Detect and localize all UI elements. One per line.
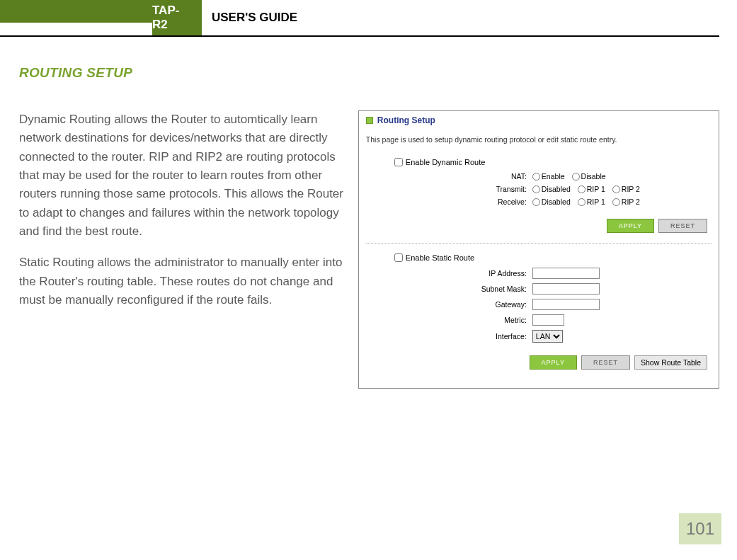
enable-static-row: Enable Static Route	[394, 253, 712, 262]
receive-rip1-text: RIP 1	[587, 198, 605, 206]
apply-button[interactable]: APPLY	[607, 219, 654, 233]
transmit-rip1-text: RIP 1	[587, 185, 605, 193]
subnet-label: Subnet Mask:	[394, 285, 532, 293]
static-route-block: Enable Static Route IP Address: Subnet M…	[394, 253, 712, 343]
nat-enable-radio[interactable]	[532, 173, 540, 181]
header-spacer	[0, 0, 152, 23]
nat-enable-text: Enable	[542, 172, 565, 181]
square-icon	[366, 117, 373, 124]
dynamic-button-row: APPLY RESET	[366, 219, 707, 233]
nat-row: NAT: Enable Disable	[394, 172, 712, 181]
enable-static-checkbox[interactable]	[394, 253, 403, 262]
receive-disabled-text: Disabled	[542, 198, 571, 206]
transmit-disabled-text: Disabled	[542, 185, 571, 193]
receive-rip2-text: RIP 2	[622, 198, 640, 206]
interface-row: Interface: LAN	[394, 330, 712, 343]
paragraph-dynamic: Dynamic Routing allows the Router to aut…	[19, 110, 344, 241]
panel-description: This page is used to setup dynamic routi…	[366, 135, 712, 144]
enable-static-label: Enable Static Route	[406, 253, 474, 262]
gateway-input[interactable]	[532, 299, 600, 310]
receive-label: Receive:	[394, 198, 532, 206]
header-bar: TAP-R2 USER'S GUIDE	[0, 0, 719, 37]
dynamic-route-block: Enable Dynamic Route NAT: Enable Disable…	[394, 158, 712, 206]
ip-row: IP Address:	[394, 268, 712, 279]
gateway-row: Gateway:	[394, 299, 712, 310]
enable-dynamic-row: Enable Dynamic Route	[394, 158, 712, 166]
interface-label: Interface:	[394, 332, 532, 341]
apply-button-2[interactable]: APPLY	[530, 355, 577, 370]
reset-button-2[interactable]: RESET	[581, 355, 630, 370]
static-button-row: APPLY RESET Show Route Table	[366, 355, 707, 370]
subnet-input[interactable]	[532, 283, 600, 295]
show-route-table-button[interactable]: Show Route Table	[634, 355, 707, 370]
transmit-rip1-radio[interactable]	[578, 185, 585, 193]
transmit-rip2-text: RIP 2	[622, 185, 640, 193]
metric-label: Metric:	[394, 316, 532, 324]
body-text: Dynamic Routing allows the Router to aut…	[19, 110, 344, 389]
routing-setup-panel: Routing Setup This page is used to setup…	[358, 110, 719, 389]
panel-title-row: Routing Setup	[366, 115, 712, 125]
header-product: TAP-R2	[152, 0, 202, 35]
enable-dynamic-label: Enable Dynamic Route	[406, 158, 486, 166]
interface-select[interactable]: LAN	[532, 330, 563, 343]
receive-rip1-radio[interactable]	[578, 198, 585, 206]
subnet-row: Subnet Mask:	[394, 283, 712, 295]
enable-dynamic-checkbox[interactable]	[394, 158, 403, 166]
receive-rip2-radio[interactable]	[612, 198, 620, 206]
ip-input[interactable]	[532, 268, 600, 279]
content-row: Dynamic Routing allows the Router to aut…	[19, 110, 719, 389]
reset-button[interactable]: RESET	[658, 219, 707, 233]
metric-input[interactable]	[532, 314, 564, 326]
panel-title: Routing Setup	[377, 115, 435, 125]
nat-label: NAT:	[394, 172, 532, 181]
transmit-disabled-radio[interactable]	[532, 185, 540, 193]
receive-disabled-radio[interactable]	[532, 198, 540, 206]
metric-row: Metric:	[394, 314, 712, 326]
nat-disable-radio[interactable]	[572, 173, 580, 181]
transmit-row: Transmit: Disabled RIP 1 RIP 2	[394, 185, 712, 193]
ip-label: IP Address:	[394, 269, 532, 278]
divider	[366, 243, 712, 244]
header-title: USER'S GUIDE	[202, 0, 307, 35]
paragraph-static: Static Routing allows the administrator …	[19, 253, 344, 309]
transmit-label: Transmit:	[394, 185, 532, 193]
receive-row: Receive: Disabled RIP 1 RIP 2	[394, 198, 712, 206]
gateway-label: Gateway:	[394, 300, 532, 309]
nat-disable-text: Disable	[581, 172, 606, 181]
transmit-rip2-radio[interactable]	[612, 185, 620, 193]
page-number: 101	[679, 513, 721, 544]
section-title: ROUTING SETUP	[19, 65, 737, 81]
